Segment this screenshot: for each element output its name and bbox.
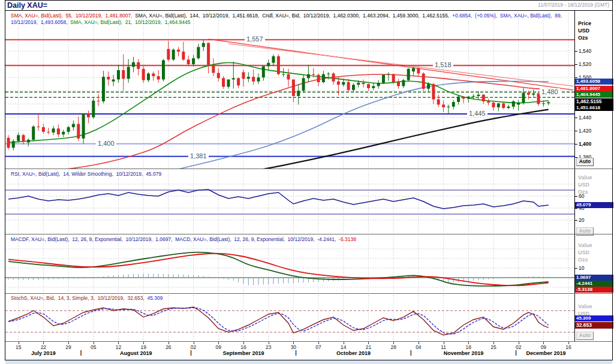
rsi-line — [8, 189, 549, 209]
candle-body — [207, 43, 210, 65]
main-legend-row1[interactable]: SMA, XAU=, Bid(Last), 55, 10/12/2019, 1,… — [11, 13, 562, 19]
price-level-label: 1,400 — [96, 140, 116, 147]
candle-body — [242, 72, 245, 79]
price-axis-tick: 1,440 — [575, 115, 591, 121]
macd-plot[interactable] — [5, 234, 574, 293]
candle-body — [432, 84, 435, 99]
candle-body — [217, 73, 220, 79]
month-separator: | — [295, 350, 297, 356]
candle-body — [407, 69, 410, 80]
macd-axis-tick: 10 — [575, 265, 584, 271]
candle-body — [87, 114, 90, 118]
x-tick-label: 07 — [315, 344, 321, 350]
panel-separator — [5, 169, 612, 169]
candle-body — [122, 70, 125, 79]
candle-body — [227, 80, 230, 87]
candle-body — [502, 103, 505, 108]
candle-body — [437, 100, 440, 105]
candle-body — [327, 74, 330, 74]
candle-body — [52, 128, 55, 133]
candle-body — [332, 74, 335, 82]
candle-body — [542, 103, 545, 104]
candle-body — [162, 61, 165, 80]
candle-body — [267, 63, 270, 67]
candle-body — [527, 93, 530, 95]
x-tick-label: 05 — [91, 344, 96, 350]
date-range-label: 11/07/2019 - 18/12/2019 (GMT) — [444, 2, 609, 8]
x-tick-label: 23 — [266, 344, 271, 350]
candle-body — [392, 74, 395, 82]
month-label: November 2019 — [444, 350, 484, 356]
candle-body — [447, 107, 450, 107]
tick-mark — [575, 196, 577, 197]
candle-body — [372, 86, 375, 88]
candle-body — [197, 47, 200, 58]
candle-body — [492, 103, 495, 107]
candle-body — [532, 94, 535, 95]
candle-body — [292, 80, 295, 97]
tick-mark — [575, 268, 577, 269]
rsi-legend[interactable]: RSI, XAU=, Bid(Last), 14, Wilder Smoothi… — [11, 171, 161, 178]
candle-body — [467, 97, 470, 98]
stoch-legend[interactable]: StochS, XAU=, Bid, 14, 3, Simple, 3, 10/… — [11, 295, 163, 302]
candle-body — [117, 70, 120, 80]
month-separator: | — [80, 350, 82, 356]
tick-mark — [575, 131, 577, 131]
candle-body — [82, 114, 85, 139]
trendline-2 — [228, 44, 573, 86]
rsi-plot[interactable] — [5, 169, 574, 234]
candle-body — [497, 103, 500, 107]
macd-value-badge: -4.2441 — [575, 281, 613, 287]
month-separator: | — [190, 350, 192, 356]
month-separator: | — [410, 350, 412, 356]
candle-body — [482, 95, 485, 101]
candle-body — [12, 141, 15, 148]
stoch-d-line — [8, 308, 549, 334]
candle-body — [27, 140, 30, 142]
price-axis-unit: Price — [578, 20, 591, 27]
candle-body — [507, 107, 510, 108]
candle-body — [47, 132, 50, 133]
macd-axis-unit: USD — [578, 249, 589, 256]
x-tick-label: 11 — [441, 344, 446, 350]
candle-body — [347, 82, 350, 90]
rsi-axis-unit: Value — [578, 175, 592, 181]
price-level-label: 1,480 — [540, 88, 560, 95]
candle-body — [452, 102, 455, 107]
tick-mark — [575, 64, 577, 65]
candle-body — [102, 77, 105, 101]
x-tick-label: 21 — [366, 344, 371, 350]
bottom-scrollbar[interactable] — [5, 360, 612, 364]
candle-body — [262, 66, 265, 77]
main-auto-scale-button[interactable]: Auto — [576, 158, 594, 166]
candle-body — [427, 84, 430, 89]
main-plot[interactable] — [5, 11, 574, 169]
candle-body — [422, 74, 425, 89]
macd-axis-unit: Ozs — [578, 257, 588, 263]
price-badge: 1,481.8007 — [575, 86, 613, 92]
window-right-border — [612, 0, 613, 360]
main-legend-row2[interactable]: 10/12/2019, 1,493.6058, SMA, XAU=, Bid(L… — [11, 19, 190, 26]
tick-mark — [575, 118, 577, 118]
candle-body — [182, 52, 185, 59]
price-axis-unit: Ozs — [578, 35, 588, 41]
candle-body — [307, 74, 310, 79]
x-tick-label: 09 — [541, 344, 546, 350]
candle-body — [522, 93, 525, 103]
candle-body — [257, 77, 260, 82]
candle-body — [22, 135, 25, 141]
x-tick-label: 12 — [116, 344, 121, 350]
candle-body — [342, 82, 345, 85]
x-tick-label: 26 — [165, 344, 171, 350]
candle-body — [97, 101, 100, 101]
stoch-auto-scale-button[interactable]: Auto — [576, 332, 594, 340]
x-tick-label: 14 — [341, 344, 346, 350]
stoch-legend-segment: StochS, XAU=, Bid, 14, 3, Simple, 3, 10/… — [11, 295, 148, 301]
price-badge: 1,451.6618 — [575, 105, 613, 111]
candle-body — [77, 124, 80, 139]
panel-separator — [5, 234, 612, 234]
macd-legend[interactable]: MACDF, XAU=, Bid(Last), 12, 26, 9, Expon… — [11, 236, 356, 243]
sma-89-line — [8, 81, 549, 169]
window-left-border — [5, 0, 5, 360]
candle-body — [42, 127, 45, 132]
